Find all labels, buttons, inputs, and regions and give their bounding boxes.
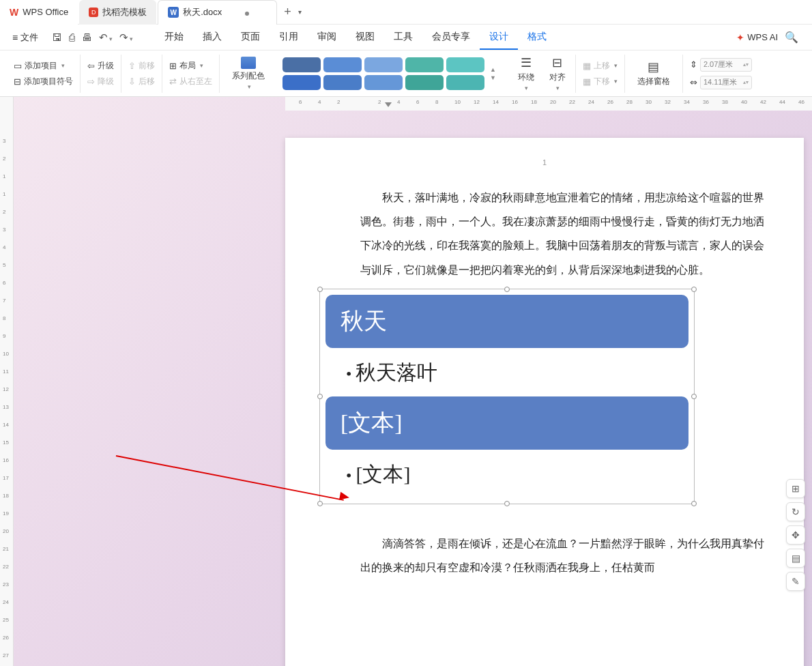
workspace: 3211234567891011121314151617181920212223…	[0, 97, 812, 666]
wrap-label: 环绕	[518, 72, 534, 83]
new-tab-button[interactable]: +	[277, 5, 298, 19]
doc-tab-label: 秋天.docx	[183, 6, 222, 18]
group-layout: ⊞布局▾ ⇄从右至左	[162, 55, 220, 93]
app-tab-templates[interactable]: D 找稻壳模板	[79, 0, 156, 25]
tab-tools[interactable]: 工具	[384, 25, 422, 50]
width-value: 14.11厘米	[704, 77, 738, 87]
tab-page[interactable]: 页面	[231, 25, 270, 50]
save-icon[interactable]: 🖫	[52, 31, 62, 44]
spinner-icon[interactable]: ▴▾	[743, 61, 749, 68]
paragraph-1[interactable]: 秋天，落叶满地，冷寂的秋雨肆意地宣泄着它的情绪，用悲凉给这个喧嚣的世界调色。街巷…	[360, 186, 764, 282]
format-painter-button[interactable]: ✎	[786, 572, 805, 591]
style-swatch[interactable]	[446, 75, 484, 90]
rotate-button[interactable]: ↻	[786, 502, 805, 521]
undo-icon[interactable]: ↶▾	[99, 31, 113, 44]
rtl-icon: ⇄	[169, 76, 177, 87]
bullet-icon: ⊟	[14, 76, 21, 87]
smartart-block-1[interactable]: 秋天	[325, 295, 688, 348]
daoke-logo-icon: D	[89, 8, 98, 17]
resize-handle[interactable]	[317, 501, 323, 506]
style-swatch[interactable]	[364, 57, 403, 72]
title-bar: W WPS Office D 找稻壳模板 W 秋天.docx + ▾	[0, 0, 812, 25]
resize-handle[interactable]	[691, 394, 697, 399]
move-forward-button[interactable]: ⇧前移	[128, 60, 155, 72]
style-swatch[interactable]	[282, 57, 321, 72]
tab-review[interactable]: 审阅	[308, 25, 346, 50]
group-level: ⇦升级 ⇨降级	[81, 55, 121, 93]
style-gallery[interactable]: ▲▼	[277, 57, 502, 90]
align-icon: ⊟	[552, 55, 562, 70]
upgrade-button[interactable]: ⇦升级	[87, 60, 114, 72]
resize-handle[interactable]	[691, 501, 697, 506]
style-swatch[interactable]	[405, 75, 444, 90]
ai-section: ✦ WPS AI 🔍	[736, 31, 805, 44]
resize-handle[interactable]	[504, 501, 510, 506]
gallery-scroller[interactable]: ▲▼	[487, 66, 496, 81]
wps-ai-button[interactable]: ✦ WPS AI	[736, 32, 778, 43]
tab-format[interactable]: 格式	[518, 25, 556, 50]
print-preview-icon[interactable]: 🖶	[82, 31, 92, 44]
tab-start[interactable]: 开始	[155, 25, 193, 50]
rtl-button[interactable]: ⇄从右至左	[169, 76, 212, 87]
group-move: ⇧前移 ⇩后移	[121, 55, 162, 93]
upgrade-label: 升级	[98, 60, 114, 72]
move-down-button[interactable]: ▦下移▾	[583, 76, 618, 87]
style-swatch[interactable]	[323, 57, 362, 72]
smartart-bullet-1[interactable]: 秋天落叶	[325, 353, 688, 396]
tab-insert[interactable]: 插入	[193, 25, 231, 50]
app-tab-wps[interactable]: W WPS Office	[0, 0, 78, 25]
add-bullet-label: 添加项目符号	[24, 76, 73, 87]
spinner-icon[interactable]: ▴▾	[743, 79, 749, 85]
tab-view[interactable]: 视图	[346, 25, 384, 50]
paragraph-2[interactable]: 滴滴答答，是雨在倾诉，还是心在流血？一片黯然浮于眼眸，为什么我用真挚付出的换来的…	[360, 532, 764, 579]
menu-bar: ≡ 文件 🖫 ⎙ 🖶 ↶▾ ↷▾ 开始 插入 页面 引用 审阅 视图 工具 会员…	[0, 25, 812, 50]
smartart-object[interactable]: 秋天 秋天落叶 [文本] [文本]	[319, 289, 695, 504]
add-bullet-button[interactable]: ⊟添加项目符号	[14, 76, 73, 87]
select-pane-button[interactable]: ▤选择窗格	[632, 59, 676, 87]
resize-handle[interactable]	[317, 287, 323, 292]
style-swatch[interactable]	[405, 57, 444, 72]
ai-label: WPS AI	[747, 32, 778, 42]
series-color-button[interactable]: 系列配色▾	[227, 57, 270, 90]
style-swatch[interactable]	[282, 75, 321, 90]
add-item-button[interactable]: ▭添加项目▾	[14, 60, 73, 72]
horizontal-ruler[interactable]: 6422468101214161820222426283032343638404…	[285, 97, 812, 111]
smartart-bullet-2[interactable]: [文本]	[325, 455, 688, 498]
width-input[interactable]: 14.11厘米▴▾	[700, 76, 752, 89]
resize-handle[interactable]	[504, 287, 510, 292]
properties-button[interactable]: ▤	[786, 549, 805, 568]
file-menu-button[interactable]: ≡ 文件	[7, 29, 44, 46]
style-swatch[interactable]	[446, 57, 484, 72]
height-icon: ⇕	[690, 59, 697, 70]
indent-marker-icon[interactable]	[385, 102, 392, 107]
redo-icon[interactable]: ↷▾	[119, 31, 133, 44]
tab-member[interactable]: 会员专享	[422, 25, 480, 50]
height-input[interactable]: 2.07厘米▴▾	[700, 58, 752, 72]
vertical-ruler[interactable]: 3211234567891011121314151617181920212223…	[0, 97, 14, 666]
style-swatch[interactable]	[364, 75, 403, 90]
print-icon[interactable]: ⎙	[69, 31, 75, 44]
tab-design[interactable]: 设计	[480, 25, 518, 50]
move-button[interactable]: ✥	[786, 525, 805, 545]
downgrade-button[interactable]: ⇨降级	[87, 76, 114, 87]
document-page[interactable]: 1 秋天，落叶满地，冷寂的秋雨肆意地宣泄着它的情绪，用悲凉给这个喧嚣的世界调色。…	[285, 138, 804, 666]
resize-handle[interactable]	[691, 287, 697, 292]
app-tab-document[interactable]: W 秋天.docx	[158, 0, 277, 25]
layout-options-button[interactable]: ⊞	[786, 479, 805, 498]
search-icon[interactable]: 🔍	[785, 31, 798, 44]
arrow-right-icon: ⇨	[87, 76, 95, 87]
resize-handle[interactable]	[317, 394, 323, 399]
style-swatch[interactable]	[323, 75, 362, 90]
move-up-button[interactable]: ▦上移▾	[583, 60, 618, 72]
align-button[interactable]: ⊟对齐▾	[547, 55, 568, 91]
chevron-up-icon[interactable]: ▲	[490, 66, 496, 73]
group-selectpane: ▤选择窗格	[625, 55, 683, 93]
move-back-button[interactable]: ⇩后移	[128, 76, 155, 87]
tab-dropdown-icon[interactable]: ▾	[298, 8, 302, 16]
layout-button[interactable]: ⊞布局▾	[169, 60, 212, 72]
color-sample-icon	[241, 57, 256, 69]
chevron-down-icon[interactable]: ▼	[490, 74, 496, 81]
wrap-button[interactable]: ☰环绕▾	[515, 55, 537, 91]
tab-reference[interactable]: 引用	[270, 25, 308, 50]
smartart-block-2[interactable]: [文本]	[325, 396, 688, 450]
